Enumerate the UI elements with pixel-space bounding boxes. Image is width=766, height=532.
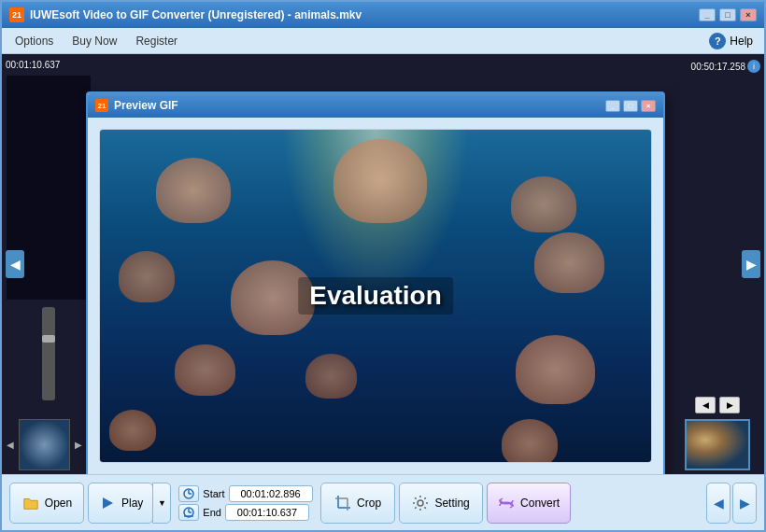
jellyfish-1: [156, 158, 231, 223]
end-time-value[interactable]: 00:01:10.637: [225, 504, 309, 521]
folder-icon: [21, 494, 40, 512]
start-icon: [178, 485, 199, 502]
content-area: 00:01:10.637 ◀ ◀ ▶ 00:50:17.258 i ▶: [2, 54, 764, 474]
scene-background: Evaluation: [100, 130, 651, 462]
crop-icon: [333, 494, 352, 512]
dialog-title-bar: 21 Preview GIF _ □ ×: [88, 93, 663, 118]
dialog-maximize-button[interactable]: □: [623, 100, 638, 112]
end-time-row: End 00:01:10.637: [178, 504, 312, 521]
nav-arrows: ◀ ▶: [706, 483, 757, 524]
gif-canvas: Evaluation: [100, 130, 651, 462]
start-label: Start: [203, 488, 224, 499]
filmstrip-left-arrow[interactable]: ◀: [4, 439, 17, 452]
next-button[interactable]: ▶: [732, 483, 757, 524]
open-label: Open: [45, 497, 72, 510]
help-area: ? Help: [709, 33, 760, 49]
film-thumb-image-1: [20, 420, 69, 469]
menu-register[interactable]: Register: [126, 32, 187, 50]
prev-button[interactable]: ◀: [706, 483, 731, 524]
menu-bar: Options Buy Now Register ? Help: [2, 28, 764, 54]
filmstrip-right-arrow[interactable]: ▶: [72, 439, 85, 452]
menu-buy-now[interactable]: Buy Now: [63, 32, 126, 50]
nav-arrows-right: ◀ ▶: [695, 397, 740, 413]
filmstrip-left: ◀ ▶: [2, 415, 95, 474]
play-label: Play: [121, 497, 143, 510]
svg-point-12: [418, 500, 423, 506]
jellyfish-6: [534, 232, 604, 293]
info-icon[interactable]: i: [747, 60, 760, 73]
play-dropdown-button[interactable]: ▼: [152, 483, 171, 524]
preview-gif-dialog: 21 Preview GIF _ □ ×: [86, 91, 665, 474]
convert-label: Convert: [520, 497, 560, 510]
film-thumbnail-right[interactable]: [685, 419, 750, 470]
nav-arr-left[interactable]: ◀: [695, 397, 716, 413]
close-button[interactable]: ×: [740, 8, 757, 21]
right-panel: 00:50:17.258 i ▶ ◀ ▶: [671, 54, 764, 474]
dialog-close-button[interactable]: ×: [641, 100, 656, 112]
dialog-title: Preview GIF: [114, 99, 605, 112]
help-label: Help: [730, 35, 753, 48]
jellyfish-8: [305, 354, 357, 399]
nav-arr-right[interactable]: ▶: [719, 397, 740, 413]
dialog-bottom-bar: Save GIF File Open Output Folder BK Colo…: [99, 472, 652, 474]
main-window: 21 IUWEsoft Video to GIF Converter (Unre…: [0, 0, 766, 532]
gif-preview-area: Evaluation: [99, 129, 652, 463]
jellyfish-7: [175, 344, 235, 396]
left-panel: 00:01:10.637 ◀ ◀ ▶: [2, 54, 95, 474]
help-icon[interactable]: ?: [709, 33, 726, 49]
vertical-slider[interactable]: [42, 307, 55, 400]
minimize-button[interactable]: _: [699, 8, 716, 21]
window-title: IUWEsoft Video to GIF Converter (Unregis…: [30, 8, 699, 21]
setting-label: Setting: [434, 497, 469, 510]
filmstrip-right: ◀ ▶: [671, 393, 764, 474]
end-label: End: [203, 507, 221, 518]
jellyfish-10: [109, 410, 156, 451]
film-thumb-right-image: [687, 421, 748, 469]
maximize-button[interactable]: □: [719, 8, 736, 21]
crop-button[interactable]: Crop: [320, 483, 395, 524]
film-thumbnail-1[interactable]: [19, 419, 70, 470]
convert-icon: [497, 494, 516, 512]
end-icon: [178, 504, 199, 521]
setting-button[interactable]: Setting: [399, 483, 483, 524]
timestamp-right: 00:50:17.258 i: [688, 58, 764, 75]
open-button[interactable]: Open: [9, 483, 84, 524]
time-section: Start 00:01:02.896 End 00:01:10.637: [178, 485, 312, 521]
jellyfish-11: [502, 419, 558, 462]
svg-marker-0: [103, 497, 113, 509]
dialog-controls: _ □ ×: [605, 100, 656, 112]
jellyfish-9: [516, 335, 595, 404]
start-time-value[interactable]: 00:01:02.896: [229, 485, 313, 502]
nav-right-button[interactable]: ▶: [742, 250, 760, 278]
dialog-minimize-button[interactable]: _: [605, 100, 620, 112]
convert-button[interactable]: Convert: [487, 483, 571, 524]
play-button[interactable]: Play: [88, 483, 153, 524]
title-bar: 21 IUWEsoft Video to GIF Converter (Unre…: [2, 2, 764, 28]
evaluation-watermark: Evaluation: [298, 277, 453, 315]
slider-thumb[interactable]: [42, 335, 55, 343]
jellyfish-2: [333, 139, 427, 223]
menu-options[interactable]: Options: [6, 32, 63, 50]
play-icon: [98, 494, 117, 512]
jellyfish-3: [511, 176, 576, 232]
dialog-content: Evaluation Save GIF File Open Output Fol…: [88, 118, 663, 474]
timestamp-left: 00:01:10.637: [2, 58, 64, 72]
window-controls: _ □ ×: [699, 8, 757, 21]
bottom-toolbar: Open Play ▼ Start: [2, 474, 764, 530]
jellyfish-4: [119, 251, 175, 302]
nav-left-button[interactable]: ◀: [6, 250, 24, 278]
start-time-row: Start 00:01:02.896: [178, 485, 312, 502]
crop-label: Crop: [357, 497, 381, 510]
app-icon: 21: [9, 7, 24, 22]
gear-icon: [411, 494, 430, 512]
dialog-app-icon: 21: [95, 99, 108, 112]
